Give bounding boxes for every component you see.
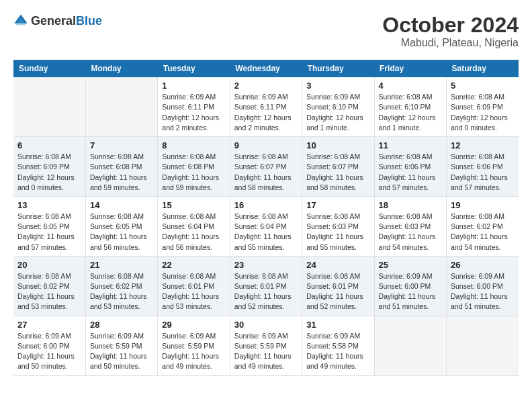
day-info: Sunrise: 6:08 AM Sunset: 6:01 PM Dayligh…: [234, 271, 298, 312]
calendar-cell: 28Sunrise: 6:09 AM Sunset: 5:59 PM Dayli…: [85, 316, 157, 375]
day-info: Sunrise: 6:09 AM Sunset: 6:00 PM Dayligh…: [451, 271, 515, 312]
calendar-cell: 5Sunrise: 6:08 AM Sunset: 6:09 PM Daylig…: [447, 77, 519, 136]
day-number: 5: [451, 81, 515, 91]
week-row-2: 6Sunrise: 6:08 AM Sunset: 6:09 PM Daylig…: [13, 137, 519, 197]
day-info: Sunrise: 6:09 AM Sunset: 6:10 PM Dayligh…: [306, 92, 369, 133]
title-block: October 2024 Mabudi, Plateau, Nigeria: [382, 13, 519, 49]
header-wednesday: Wednesday: [230, 60, 302, 77]
header-thursday: Thursday: [302, 60, 374, 77]
day-number: 13: [17, 200, 81, 210]
day-info: Sunrise: 6:08 AM Sunset: 6:04 PM Dayligh…: [234, 212, 298, 253]
calendar-header-row: Sunday Monday Tuesday Wednesday Thursday…: [13, 60, 519, 77]
calendar-cell: 29Sunrise: 6:09 AM Sunset: 5:59 PM Dayli…: [158, 316, 230, 375]
calendar-cell: 23Sunrise: 6:08 AM Sunset: 6:01 PM Dayli…: [230, 256, 302, 316]
day-number: 14: [90, 200, 153, 210]
day-number: 28: [90, 320, 153, 330]
day-info: Sunrise: 6:08 AM Sunset: 6:01 PM Dayligh…: [162, 271, 225, 312]
day-info: Sunrise: 6:09 AM Sunset: 5:58 PM Dayligh…: [306, 331, 369, 372]
day-info: Sunrise: 6:08 AM Sunset: 6:02 PM Dayligh…: [17, 271, 81, 312]
day-info: Sunrise: 6:09 AM Sunset: 5:59 PM Dayligh…: [234, 331, 298, 372]
day-info: Sunrise: 6:08 AM Sunset: 6:07 PM Dayligh…: [306, 152, 369, 193]
day-number: 12: [451, 140, 515, 150]
day-info: Sunrise: 6:08 AM Sunset: 6:01 PM Dayligh…: [306, 271, 369, 312]
day-number: 25: [379, 260, 442, 270]
day-number: 7: [90, 140, 153, 150]
calendar-cell: 30Sunrise: 6:09 AM Sunset: 5:59 PM Dayli…: [230, 316, 302, 375]
calendar-cell: 21Sunrise: 6:08 AM Sunset: 6:02 PM Dayli…: [85, 256, 157, 316]
calendar-cell: 22Sunrise: 6:08 AM Sunset: 6:01 PM Dayli…: [158, 256, 230, 316]
calendar-cell: 24Sunrise: 6:08 AM Sunset: 6:01 PM Dayli…: [302, 256, 374, 316]
calendar-cell: 1Sunrise: 6:09 AM Sunset: 6:11 PM Daylig…: [158, 77, 230, 136]
day-number: 11: [379, 140, 442, 150]
header-saturday: Saturday: [447, 60, 519, 77]
day-number: 26: [451, 260, 515, 270]
header-monday: Monday: [85, 60, 157, 77]
day-info: Sunrise: 6:08 AM Sunset: 6:09 PM Dayligh…: [451, 92, 515, 133]
week-row-5: 27Sunrise: 6:09 AM Sunset: 6:00 PM Dayli…: [13, 316, 519, 375]
calendar-cell: 3Sunrise: 6:09 AM Sunset: 6:10 PM Daylig…: [302, 77, 374, 136]
day-number: 3: [306, 81, 369, 91]
calendar-cell: 17Sunrise: 6:08 AM Sunset: 6:03 PM Dayli…: [302, 196, 374, 256]
day-info: Sunrise: 6:09 AM Sunset: 6:11 PM Dayligh…: [162, 92, 225, 133]
day-info: Sunrise: 6:08 AM Sunset: 6:06 PM Dayligh…: [451, 152, 515, 193]
day-number: 9: [234, 140, 298, 150]
day-info: Sunrise: 6:08 AM Sunset: 6:05 PM Dayligh…: [17, 212, 81, 253]
calendar-cell: 12Sunrise: 6:08 AM Sunset: 6:06 PM Dayli…: [447, 137, 519, 197]
day-number: 30: [234, 320, 298, 330]
header-tuesday: Tuesday: [158, 60, 230, 77]
day-info: Sunrise: 6:09 AM Sunset: 6:11 PM Dayligh…: [234, 92, 298, 133]
calendar-table: Sunday Monday Tuesday Wednesday Thursday…: [13, 60, 519, 375]
day-info: Sunrise: 6:08 AM Sunset: 6:03 PM Dayligh…: [306, 212, 369, 253]
day-number: 17: [306, 200, 369, 210]
calendar-cell: 7Sunrise: 6:08 AM Sunset: 6:08 PM Daylig…: [85, 137, 157, 197]
week-row-4: 20Sunrise: 6:08 AM Sunset: 6:02 PM Dayli…: [13, 256, 519, 316]
day-info: Sunrise: 6:09 AM Sunset: 5:59 PM Dayligh…: [162, 331, 225, 372]
calendar-subtitle: Mabudi, Plateau, Nigeria: [382, 37, 519, 49]
calendar-cell: 27Sunrise: 6:09 AM Sunset: 6:00 PM Dayli…: [13, 316, 85, 375]
day-number: 8: [162, 140, 225, 150]
day-number: 1: [162, 81, 225, 91]
calendar-title: October 2024: [382, 13, 519, 37]
day-number: 16: [234, 200, 298, 210]
week-row-1: 1Sunrise: 6:09 AM Sunset: 6:11 PM Daylig…: [13, 77, 519, 136]
day-info: Sunrise: 6:08 AM Sunset: 6:02 PM Dayligh…: [90, 271, 153, 312]
calendar-cell: 14Sunrise: 6:08 AM Sunset: 6:05 PM Dayli…: [85, 196, 157, 256]
day-info: Sunrise: 6:08 AM Sunset: 6:05 PM Dayligh…: [90, 212, 153, 253]
day-number: 31: [306, 320, 369, 330]
calendar-cell: 10Sunrise: 6:08 AM Sunset: 6:07 PM Dayli…: [302, 137, 374, 197]
logo: GeneralBlue: [13, 13, 102, 28]
day-info: Sunrise: 6:08 AM Sunset: 6:08 PM Dayligh…: [162, 152, 225, 193]
calendar-cell: 9Sunrise: 6:08 AM Sunset: 6:07 PM Daylig…: [230, 137, 302, 197]
day-number: 15: [162, 200, 225, 210]
day-number: 27: [17, 320, 81, 330]
day-number: 6: [17, 140, 81, 150]
calendar-cell: [13, 77, 85, 136]
calendar-cell: 11Sunrise: 6:08 AM Sunset: 6:06 PM Dayli…: [374, 137, 446, 197]
calendar-cell: 31Sunrise: 6:09 AM Sunset: 5:58 PM Dayli…: [302, 316, 374, 375]
day-info: Sunrise: 6:08 AM Sunset: 6:10 PM Dayligh…: [379, 92, 442, 133]
calendar-cell: 6Sunrise: 6:08 AM Sunset: 6:09 PM Daylig…: [13, 137, 85, 197]
calendar-cell: 13Sunrise: 6:08 AM Sunset: 6:05 PM Dayli…: [13, 196, 85, 256]
day-info: Sunrise: 6:08 AM Sunset: 6:06 PM Dayligh…: [379, 152, 442, 193]
day-info: Sunrise: 6:08 AM Sunset: 6:07 PM Dayligh…: [234, 152, 298, 193]
day-number: 2: [234, 81, 298, 91]
calendar-cell: 20Sunrise: 6:08 AM Sunset: 6:02 PM Dayli…: [13, 256, 85, 316]
day-number: 23: [234, 260, 298, 270]
week-row-3: 13Sunrise: 6:08 AM Sunset: 6:05 PM Dayli…: [13, 196, 519, 256]
calendar-cell: [374, 316, 446, 375]
calendar-cell: [85, 77, 157, 136]
logo-text-general: General: [31, 14, 76, 28]
calendar-cell: 25Sunrise: 6:09 AM Sunset: 6:00 PM Dayli…: [374, 256, 446, 316]
day-number: 22: [162, 260, 225, 270]
day-number: 24: [306, 260, 369, 270]
calendar-cell: 16Sunrise: 6:08 AM Sunset: 6:04 PM Dayli…: [230, 196, 302, 256]
logo-text-blue: Blue: [76, 14, 102, 28]
day-number: 18: [379, 200, 442, 210]
page-header: GeneralBlue October 2024 Mabudi, Plateau…: [13, 13, 519, 49]
day-number: 4: [379, 81, 442, 91]
day-number: 29: [162, 320, 225, 330]
calendar-cell: 19Sunrise: 6:08 AM Sunset: 6:02 PM Dayli…: [447, 196, 519, 256]
calendar-cell: 18Sunrise: 6:08 AM Sunset: 6:03 PM Dayli…: [374, 196, 446, 256]
logo-icon: [13, 13, 28, 28]
header-sunday: Sunday: [13, 60, 85, 77]
